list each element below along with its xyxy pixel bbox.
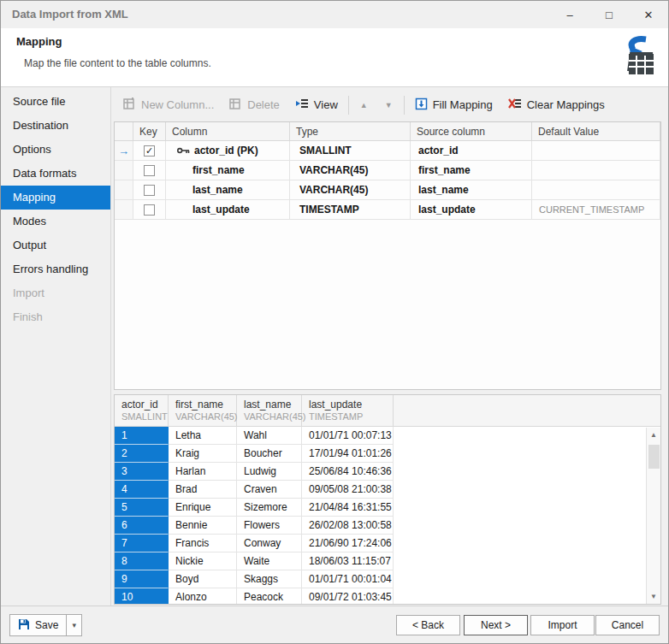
page-title: Mapping [16, 35, 62, 48]
column-cell[interactable]: last_name [166, 180, 290, 200]
cell: Nickie [169, 552, 237, 570]
preview-row[interactable]: 8 Nickie Waite 18/06/03 11:15:07 [115, 552, 660, 570]
source-column-cell[interactable]: last_update [411, 200, 532, 220]
cell: Boyd [169, 570, 237, 588]
cell: 01/01/71 00:07:13 [302, 427, 394, 445]
type-cell[interactable]: TIMESTAMP [290, 200, 411, 220]
key-cell[interactable] [133, 180, 166, 200]
fill-mapping-button[interactable]: Fill Mapping [407, 94, 500, 116]
preview-col-header-actor-id: actor_id SMALLINT [115, 395, 169, 426]
type-cell[interactable]: VARCHAR(45) [290, 180, 411, 200]
row-number-cell[interactable]: 8 [115, 552, 169, 570]
column-cell[interactable]: last_update [166, 200, 290, 220]
current-row-arrow-icon: → [118, 145, 129, 157]
default-value-cell[interactable] [532, 141, 660, 161]
mapping-grid: Key Column Type Source column Default Va… [114, 121, 661, 390]
close-button[interactable]: ✕ [629, 1, 668, 28]
sidebar-item-modes[interactable]: Modes [1, 210, 110, 233]
empty-cell [394, 517, 660, 535]
sidebar-item-options[interactable]: Options [1, 138, 110, 162]
cell: Peacock [237, 588, 302, 605]
vertical-scrollbar[interactable]: ▲ ▼ [646, 428, 660, 604]
import-button[interactable]: Import [530, 615, 595, 635]
mapping-row[interactable]: → ✓ actor_id (PK) SMALLINT actor_id [115, 141, 660, 161]
key-checkbox-checked[interactable]: ✓ [144, 145, 155, 157]
mapping-grid-header: Key Column Type Source column Default Va… [115, 122, 660, 141]
key-checkbox-unchecked[interactable] [144, 185, 155, 196]
maximize-icon: □ [606, 9, 613, 21]
row-number-cell[interactable]: 6 [115, 517, 169, 535]
cell: Kraig [169, 445, 237, 463]
source-column-cell[interactable]: first_name [411, 161, 532, 180]
next-button[interactable]: Next > [464, 615, 528, 635]
key-cell[interactable]: ✓ [133, 141, 166, 161]
sidebar-item-finish: Finish [1, 305, 110, 329]
scroll-up-button[interactable]: ▲ [647, 428, 660, 442]
source-column-cell[interactable]: actor_id [411, 141, 532, 161]
row-number-cell[interactable]: 5 [115, 499, 169, 517]
key-cell[interactable] [133, 161, 166, 180]
key-cell[interactable] [133, 200, 166, 220]
move-up-icon: ▲ [360, 101, 368, 109]
row-number-cell[interactable]: 9 [115, 570, 169, 588]
column-cell[interactable]: first_name [166, 161, 290, 180]
cancel-button[interactable]: Cancel [595, 615, 660, 635]
row-number-cell[interactable]: 3 [115, 463, 169, 481]
preview-row[interactable]: 3 Harlan Ludwig 25/06/84 10:46:36 [115, 463, 660, 481]
sidebar-item-data-formats[interactable]: Data formats [1, 162, 110, 186]
row-number-cell[interactable]: 2 [115, 445, 169, 463]
mapping-row[interactable]: first_name VARCHAR(45) first_name [115, 161, 660, 180]
view-button[interactable]: View [287, 94, 346, 116]
sidebar-item-source-file[interactable]: Source file [1, 90, 110, 114]
column-cell[interactable]: actor_id (PK) [166, 141, 290, 161]
type-cell[interactable]: SMALLINT [290, 141, 411, 161]
new-column-icon [123, 97, 136, 112]
preview-row[interactable]: 6 Bennie Flowers 26/02/08 13:00:58 [115, 517, 660, 535]
sidebar-item-destination[interactable]: Destination [1, 114, 110, 138]
row-number-cell[interactable]: 4 [115, 481, 169, 499]
type-cell[interactable]: VARCHAR(45) [290, 161, 411, 180]
key-checkbox-unchecked[interactable] [144, 165, 155, 176]
preview-row[interactable]: 4 Brad Craven 09/05/08 21:00:38 [115, 481, 660, 499]
sidebar-item-output[interactable]: Output [1, 233, 110, 257]
fill-mapping-icon [415, 97, 428, 113]
preview-row[interactable]: 10 Alonzo Peacock 09/01/72 01:03:45 [115, 588, 660, 605]
scroll-down-button[interactable]: ▼ [647, 589, 660, 604]
row-number-cell[interactable]: 10 [115, 588, 169, 605]
primary-key-icon [177, 145, 190, 157]
clear-mappings-icon [508, 97, 522, 113]
key-checkbox-unchecked[interactable] [144, 204, 155, 216]
source-column-cell[interactable]: last_name [411, 180, 532, 200]
default-value-cell[interactable]: CURRENT_TIMESTAMP [532, 200, 660, 220]
window-controls: – □ ✕ [550, 1, 668, 28]
row-number-cell[interactable]: 7 [115, 535, 169, 552]
scroll-down-icon: ▼ [650, 593, 657, 600]
default-value-cell[interactable] [532, 161, 660, 180]
sidebar-item-errors-handling[interactable]: Errors handling [1, 257, 110, 281]
scrollbar-thumb[interactable] [648, 445, 660, 469]
cell: 26/02/08 13:00:58 [302, 517, 394, 535]
minimize-button[interactable]: – [550, 1, 589, 28]
cell: 21/06/90 17:24:06 [302, 535, 394, 552]
mapping-row[interactable]: last_name VARCHAR(45) last_name [115, 180, 660, 200]
empty-cell [394, 481, 660, 499]
cell: 18/06/03 11:15:07 [302, 552, 394, 570]
preview-row[interactable]: 2 Kraig Boucher 17/01/94 01:01:26 [115, 445, 660, 463]
preview-row[interactable]: 5 Enrique Sizemore 21/04/84 16:31:55 [115, 499, 660, 517]
cell: Waite [237, 552, 302, 570]
maximize-button[interactable]: □ [589, 1, 629, 28]
save-button[interactable]: Save [9, 614, 67, 636]
mapping-row[interactable]: last_update TIMESTAMP last_update CURREN… [115, 200, 660, 220]
clear-mappings-button[interactable]: Clear Mappings [500, 94, 613, 116]
preview-grid-header: actor_id SMALLINT first_name VARCHAR(45)… [115, 395, 660, 427]
row-number-cell[interactable]: 1 [115, 427, 169, 445]
view-icon [295, 97, 309, 112]
sidebar-item-mapping[interactable]: Mapping [1, 186, 110, 210]
back-button[interactable]: < Back [396, 615, 460, 635]
save-dropdown-button[interactable]: ▾ [67, 614, 82, 636]
preview-row[interactable]: 9 Boyd Skaggs 01/01/71 00:01:04 [115, 570, 660, 588]
row-indicator [115, 161, 133, 180]
default-value-cell[interactable] [532, 180, 660, 200]
preview-row[interactable]: 7 Francis Conway 21/06/90 17:24:06 [115, 535, 660, 552]
preview-row[interactable]: 1 Letha Wahl 01/01/71 00:07:13 [115, 427, 660, 445]
